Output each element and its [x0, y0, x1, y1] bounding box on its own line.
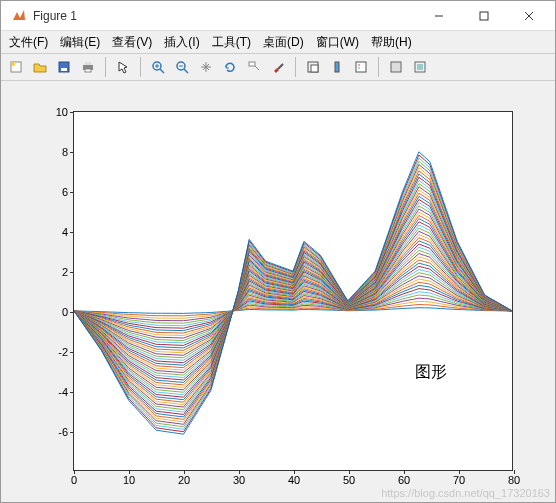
- menu-window[interactable]: 窗口(W): [312, 32, 363, 53]
- colorbar-icon[interactable]: [326, 56, 348, 78]
- print-icon[interactable]: [77, 56, 99, 78]
- matlab-logo-icon: [11, 8, 27, 24]
- separator: [378, 57, 379, 77]
- legend-icon[interactable]: [350, 56, 372, 78]
- close-button[interactable]: [506, 2, 551, 30]
- axes[interactable]: 图形 -6-4-2024681001020304050607080: [73, 111, 513, 471]
- svg-rect-9: [85, 62, 91, 65]
- rotate-icon[interactable]: [219, 56, 241, 78]
- pointer-icon[interactable]: [112, 56, 134, 78]
- svg-line-20: [278, 64, 283, 69]
- menu-desktop[interactable]: 桌面(D): [259, 32, 308, 53]
- svg-rect-10: [85, 69, 91, 72]
- menu-insert[interactable]: 插入(I): [160, 32, 203, 53]
- svg-line-16: [184, 69, 188, 73]
- separator: [140, 57, 141, 77]
- chart-lines: [74, 112, 512, 470]
- separator: [105, 57, 106, 77]
- menu-help[interactable]: 帮助(H): [367, 32, 416, 53]
- save-icon[interactable]: [53, 56, 75, 78]
- open-icon[interactable]: [29, 56, 51, 78]
- plot-area: 图形 -6-4-2024681001020304050607080: [1, 81, 555, 502]
- svg-rect-29: [417, 64, 423, 70]
- data-cursor-icon[interactable]: [243, 56, 265, 78]
- svg-rect-7: [61, 68, 67, 71]
- svg-point-5: [11, 62, 15, 66]
- link-icon[interactable]: [302, 56, 324, 78]
- new-figure-icon[interactable]: [5, 56, 27, 78]
- zoom-out-icon[interactable]: [171, 56, 193, 78]
- window-title: Figure 1: [33, 9, 416, 23]
- maximize-button[interactable]: [461, 2, 506, 30]
- chart-annotation: 图形: [415, 362, 447, 383]
- svg-line-12: [160, 69, 164, 73]
- menubar: 文件(F) 编辑(E) 查看(V) 插入(I) 工具(T) 桌面(D) 窗口(W…: [1, 31, 555, 53]
- svg-rect-24: [356, 62, 366, 72]
- menu-tools[interactable]: 工具(T): [208, 32, 255, 53]
- toolbar: [1, 53, 555, 81]
- menu-file[interactable]: 文件(F): [5, 32, 52, 53]
- menu-view[interactable]: 查看(V): [108, 32, 156, 53]
- pan-icon[interactable]: [195, 56, 217, 78]
- svg-rect-18: [249, 62, 255, 66]
- menu-edit[interactable]: 编辑(E): [56, 32, 104, 53]
- svg-line-19: [255, 66, 259, 70]
- show-plot-tools-icon[interactable]: [409, 56, 431, 78]
- brush-icon[interactable]: [267, 56, 289, 78]
- zoom-in-icon[interactable]: [147, 56, 169, 78]
- svg-rect-1: [480, 12, 488, 20]
- svg-rect-23: [335, 62, 339, 72]
- separator: [295, 57, 296, 77]
- hide-plot-tools-icon[interactable]: [385, 56, 407, 78]
- svg-rect-27: [391, 62, 401, 72]
- titlebar: Figure 1: [1, 1, 555, 31]
- figure-window: Figure 1 文件(F) 编辑(E) 查看(V) 插入(I) 工具(T) 桌…: [0, 0, 556, 503]
- minimize-button[interactable]: [416, 2, 461, 30]
- svg-rect-22: [311, 65, 318, 72]
